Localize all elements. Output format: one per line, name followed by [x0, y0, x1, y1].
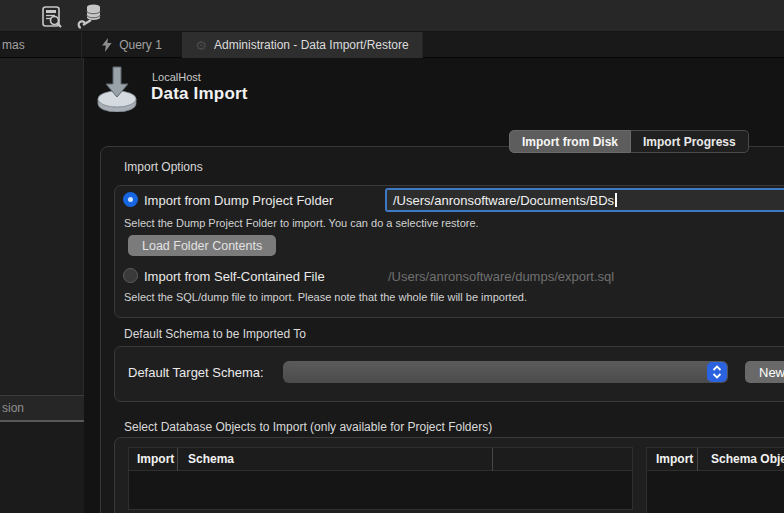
- sidebar-item-session-partial[interactable]: sion: [0, 396, 84, 420]
- page-title: Data Import: [151, 84, 248, 104]
- file-help-text: Select the SQL/dump file to import. Plea…: [124, 291, 527, 303]
- data-import-icon: [94, 64, 140, 116]
- load-folder-contents-button[interactable]: Load Folder Contents: [128, 235, 276, 256]
- text-caret: [615, 193, 617, 207]
- tab-admin-label: Administration - Data Import/Restore: [214, 38, 409, 52]
- folder-help-text: Select the Dump Project Folder to import…: [124, 217, 479, 229]
- dump-folder-path-value: /Users/anronsoftware/Documents/BDs: [393, 193, 614, 208]
- host-label: LocalHost: [152, 71, 201, 83]
- tab-administration[interactable]: ⚙ Administration - Data Import/Restore: [182, 32, 423, 58]
- sidebar: sion: [0, 58, 84, 513]
- database-tools-icon[interactable]: [76, 3, 106, 30]
- dump-folder-path-input[interactable]: /Users/anronsoftware/Documents/BDs: [385, 188, 784, 212]
- view-segmented-control: Import from Disk Import Progress: [509, 130, 749, 153]
- default-schema-section-label: Default Schema to be Imported To: [124, 327, 306, 341]
- column-schema: Schema: [178, 448, 493, 471]
- target-schema-dropdown[interactable]: [283, 361, 728, 383]
- schemas-table[interactable]: Import Schema: [128, 447, 633, 510]
- tab-query-1[interactable]: Query 1: [82, 32, 182, 58]
- top-toolbar: [0, 0, 784, 32]
- gear-icon: ⚙: [195, 39, 207, 52]
- import-progress-segment[interactable]: Import Progress: [631, 130, 749, 153]
- editor-tabbar: mas Query 1 ⚙ Administration - Data Impo…: [0, 32, 784, 58]
- sidebar-item-label: sion: [2, 401, 24, 415]
- import-folder-label: Import from Dump Project Folder: [144, 193, 333, 208]
- objects-section-label: Select Database Objects to Import (only …: [124, 420, 492, 434]
- report-search-icon[interactable]: [38, 3, 66, 30]
- schema-objects-table[interactable]: Import Schema Objects: [646, 447, 784, 513]
- schemas-table-header: Import Schema: [129, 448, 632, 471]
- column-import: Import: [129, 448, 178, 471]
- tab-schemas-label: mas: [2, 38, 25, 52]
- schema-objects-table-header: Import Schema Objects: [647, 448, 784, 471]
- sql-file-path-placeholder[interactable]: /Users/anronsoftware/dumps/export.sql: [388, 269, 614, 284]
- sidebar-lower-panel: [0, 422, 84, 513]
- import-options-label: Import Options: [124, 160, 203, 174]
- import-from-disk-segment[interactable]: Import from Disk: [509, 130, 631, 153]
- tab-schemas-partial[interactable]: mas: [0, 32, 82, 58]
- dropdown-stepper-icon: [707, 362, 727, 382]
- column-empty: [493, 448, 632, 471]
- import-file-label: Import from Self-Contained File: [144, 269, 325, 284]
- radio-import-folder[interactable]: [123, 192, 138, 207]
- default-target-schema-label: Default Target Schema:: [128, 365, 264, 380]
- new-schema-button[interactable]: New: [745, 361, 784, 383]
- tab-query-label: Query 1: [119, 38, 162, 52]
- lightning-icon: [102, 38, 112, 52]
- column-import: Import: [647, 448, 698, 471]
- column-schema-objects: Schema Objects: [698, 448, 784, 471]
- radio-import-file[interactable]: [123, 268, 138, 283]
- app-window: mas Query 1 ⚙ Administration - Data Impo…: [0, 0, 784, 513]
